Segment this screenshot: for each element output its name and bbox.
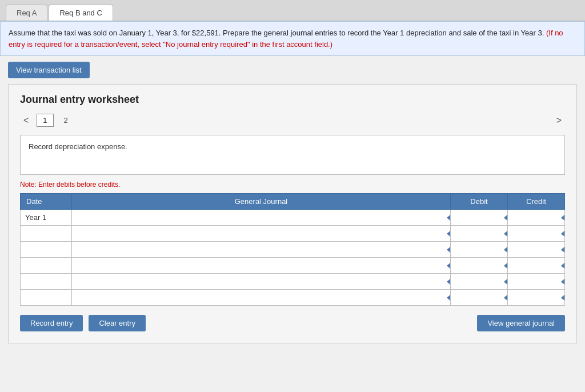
general-journal-cell-3[interactable] [72, 242, 451, 258]
table-row: Year 1 [21, 210, 565, 226]
debit-input-2[interactable] [451, 226, 507, 241]
worksheet-container: Journal entry worksheet < 1 2 > Record d… [8, 84, 577, 343]
bottom-buttons: Record entry Clear entry View general jo… [20, 315, 565, 331]
tab-req-bc[interactable]: Req B and C [49, 5, 113, 21]
record-entry-button[interactable]: Record entry [20, 315, 83, 331]
debit-cell-6[interactable] [451, 290, 508, 306]
page-2[interactable]: 2 [58, 114, 74, 126]
credit-cell-6[interactable] [508, 290, 565, 306]
entry-description-text: Record depreciation expense. [29, 142, 127, 151]
date-cell-5 [21, 274, 72, 290]
date-cell-3 [21, 242, 72, 258]
table-row [21, 226, 565, 242]
general-journal-cell-5[interactable] [72, 274, 451, 290]
general-journal-input-1[interactable] [72, 210, 450, 225]
credit-input-2[interactable] [508, 226, 564, 241]
credit-input-1[interactable] [508, 210, 564, 225]
general-journal-input-5[interactable] [72, 274, 450, 289]
journal-table: Date General Journal Debit Credit Year 1 [20, 193, 565, 306]
clear-entry-button[interactable]: Clear entry [89, 315, 146, 331]
note-text: Note: Enter debits before credits. [20, 181, 565, 189]
credit-cell-2[interactable] [508, 226, 565, 242]
general-journal-cell-1[interactable] [72, 210, 451, 226]
debit-input-3[interactable] [451, 242, 507, 257]
page-wrapper: Req A Req B and C Assume that the taxi w… [0, 0, 585, 392]
instruction-main-text: Assume that the taxi was sold on January… [9, 29, 544, 37]
next-page-button[interactable]: > [553, 114, 565, 127]
date-cell-2 [21, 226, 72, 242]
general-journal-input-2[interactable] [72, 226, 450, 241]
table-row [21, 274, 565, 290]
debit-cell-2[interactable] [451, 226, 508, 242]
credit-input-5[interactable] [508, 274, 564, 289]
date-cell-1: Year 1 [21, 210, 72, 226]
general-journal-cell-2[interactable] [72, 226, 451, 242]
col-header-general-journal: General Journal [72, 194, 451, 210]
col-header-debit: Debit [451, 194, 508, 210]
debit-cell-1[interactable] [451, 210, 508, 226]
debit-input-4[interactable] [451, 258, 507, 273]
credit-input-6[interactable] [508, 290, 564, 305]
general-journal-input-4[interactable] [72, 258, 450, 273]
table-row [21, 258, 565, 274]
entry-description-box: Record depreciation expense. [20, 135, 565, 175]
col-header-credit: Credit [508, 194, 565, 210]
instruction-box: Assume that the taxi was sold on January… [0, 21, 585, 56]
general-journal-input-3[interactable] [72, 242, 450, 257]
general-journal-cell-6[interactable] [72, 290, 451, 306]
debit-cell-5[interactable] [451, 274, 508, 290]
general-journal-input-6[interactable] [72, 290, 450, 305]
credit-input-4[interactable] [508, 258, 564, 273]
date-cell-4 [21, 258, 72, 274]
date-cell-6 [21, 290, 72, 306]
credit-cell-1[interactable] [508, 210, 565, 226]
debit-cell-4[interactable] [451, 258, 508, 274]
view-general-journal-button[interactable]: View general journal [477, 315, 565, 331]
debit-input-6[interactable] [451, 290, 507, 305]
table-row [21, 290, 565, 306]
table-row [21, 242, 565, 258]
general-journal-cell-4[interactable] [72, 258, 451, 274]
debit-input-1[interactable] [451, 210, 507, 225]
tab-req-a[interactable]: Req A [6, 5, 47, 21]
worksheet-title: Journal entry worksheet [20, 94, 565, 106]
col-header-date: Date [21, 194, 72, 210]
credit-cell-4[interactable] [508, 258, 565, 274]
prev-page-button[interactable]: < [20, 114, 32, 127]
credit-cell-5[interactable] [508, 274, 565, 290]
view-transaction-button[interactable]: View transaction list [8, 62, 90, 78]
debit-input-5[interactable] [451, 274, 507, 289]
page-1[interactable]: 1 [37, 114, 53, 127]
pagination: < 1 2 > [20, 114, 565, 127]
debit-cell-3[interactable] [451, 242, 508, 258]
tabs-bar: Req A Req B and C [0, 0, 585, 21]
credit-cell-3[interactable] [508, 242, 565, 258]
credit-input-3[interactable] [508, 242, 564, 257]
